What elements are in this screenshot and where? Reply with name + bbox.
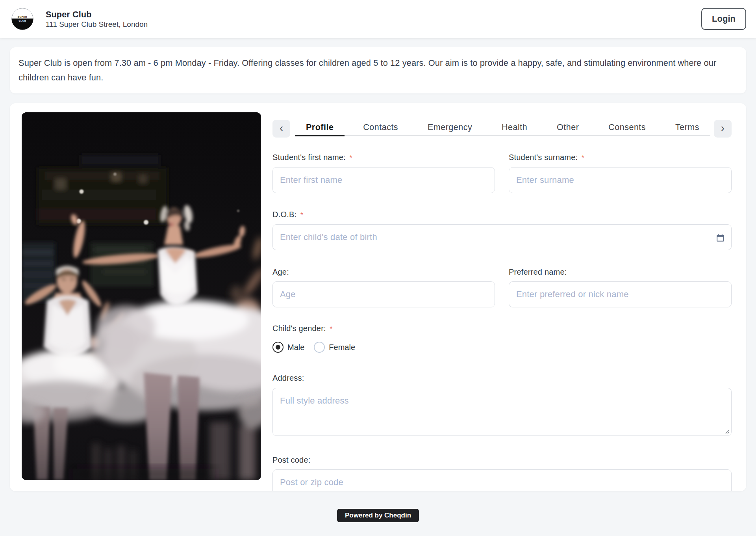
svg-text:SUPER: SUPER: [18, 15, 27, 18]
svg-text:CLUB: CLUB: [19, 19, 26, 22]
